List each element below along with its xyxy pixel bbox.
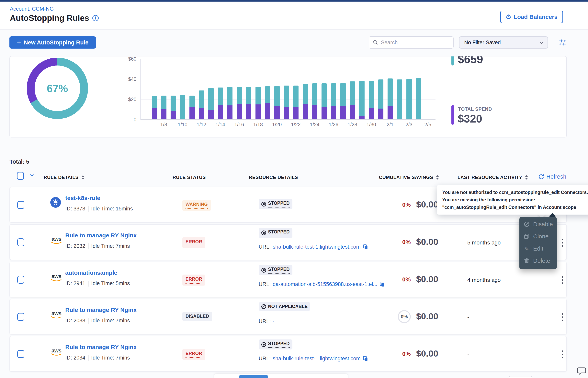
new-autostopping-rule-button[interactable]: + New AutoStopping Rule	[9, 36, 96, 49]
rule-name-link[interactable]: Rule to manage RY Nginx	[65, 344, 137, 351]
menu-item-delete[interactable]: Delete	[519, 255, 557, 267]
row-context-menu: Disable Clone ✎ Edit	[519, 217, 557, 269]
filter-icon[interactable]	[559, 39, 566, 46]
bar-segment-spend	[237, 104, 242, 119]
resource-state-badge[interactable]: STOPPED	[259, 199, 293, 209]
bar-segment-savings	[406, 79, 412, 119]
resource-url-link[interactable]: -	[273, 318, 275, 324]
savings-amount: $0.00	[405, 237, 438, 247]
search-input[interactable]	[381, 40, 448, 46]
copy-icon[interactable]	[363, 356, 369, 362]
bar-segment-savings	[284, 86, 289, 107]
status-badge[interactable]: WARNING	[182, 200, 211, 211]
y-tick-label: 0	[116, 117, 136, 122]
y-tick-label: $40	[116, 76, 136, 82]
account-breadcrumb[interactable]: Account: CCM-NG	[10, 6, 54, 12]
resource-state-badge[interactable]: STOPPED	[259, 265, 293, 275]
chevron-down-icon[interactable]	[30, 173, 34, 176]
resource-state-badge[interactable]: NOT APPLICABLE	[259, 302, 310, 311]
rule-name-link[interactable]: Rule to manage RY Nginx	[65, 232, 137, 239]
kebab-menu-icon[interactable]	[559, 312, 566, 323]
bar-segment-savings	[331, 83, 336, 106]
table-row: aws automationsample ID: 2941Idle Time: …	[9, 262, 567, 297]
kebab-menu-icon[interactable]	[559, 275, 566, 285]
resource-url: URL: sha-bulk-rule-test-1.lightwingtest.…	[259, 244, 369, 250]
bar-segment-spend	[293, 107, 298, 119]
row-checkbox[interactable]	[17, 276, 24, 284]
saved-filter-select[interactable]: No Filter Saved	[459, 36, 548, 49]
row-checkbox[interactable]	[17, 201, 24, 209]
rule-name-link[interactable]: test-k8s-rule	[65, 195, 100, 201]
sort-icon	[525, 175, 528, 180]
row-checkbox[interactable]	[17, 350, 24, 358]
bar-segment-savings	[350, 81, 355, 105]
menu-item-edit[interactable]: ✎ Edit	[519, 243, 557, 255]
load-balancers-button[interactable]: ⚙ Load Balancers	[500, 11, 563, 23]
resource-url-link[interactable]: sha-bulk-rule-test-1.lightwingtest.com	[273, 356, 361, 362]
resource-url-link[interactable]: qa-automation-alb-515563988.us-east-1.el…	[273, 281, 378, 287]
rule-meta: ID: 2034Idle Time: 7mins	[65, 355, 130, 361]
resource-state-badge[interactable]: STOPPED	[259, 339, 293, 350]
copy-icon[interactable]	[379, 282, 385, 287]
chat-icon[interactable]	[577, 365, 587, 376]
kebab-menu-icon[interactable]	[559, 237, 566, 248]
refresh-button[interactable]: Refresh	[538, 174, 566, 180]
menu-item-clone[interactable]: Clone	[519, 230, 557, 243]
total-spend-label: TOTAL SPEND	[458, 106, 492, 112]
edit-icon: ✎	[524, 245, 529, 252]
row-checkbox[interactable]	[17, 313, 24, 321]
savings-donut-chart: 67%	[27, 58, 88, 119]
status-badge[interactable]: ERROR	[182, 349, 205, 360]
resource-url: URL: -	[259, 318, 275, 324]
copy-icon[interactable]	[363, 244, 369, 250]
kebab-menu-icon[interactable]	[559, 349, 566, 360]
aws-icon: aws	[50, 348, 63, 356]
status-badge[interactable]: ERROR	[182, 237, 205, 248]
delete-icon	[524, 258, 530, 264]
column-header-last-resource-activity[interactable]: LAST RESOURCE ACTIVITY	[458, 175, 528, 180]
x-tick-label: 1/22	[291, 122, 301, 127]
x-tick-label: 1/12	[197, 122, 206, 127]
last-activity: -	[467, 314, 469, 320]
total-count-label: Total: 5	[9, 159, 29, 165]
bar-segment-savings	[312, 83, 317, 105]
bar-segment-savings	[321, 83, 327, 106]
spend-savings-bar-chart	[140, 59, 435, 119]
row-checkbox[interactable]	[17, 238, 24, 246]
resource-url-link[interactable]: sha-bulk-rule-test-1.lightwingtest.com	[273, 244, 361, 250]
menu-item-disable[interactable]: Disable	[519, 218, 557, 230]
y-tick-label: $60	[116, 56, 136, 62]
column-header-cumulative-savings[interactable]: CUMULATIVE SAVINGS	[379, 175, 439, 180]
savings-amount: $0.00	[405, 274, 438, 284]
info-icon[interactable]: i	[92, 15, 99, 21]
bar-segment-spend	[303, 104, 308, 119]
bar-segment-spend	[331, 106, 336, 119]
page-header: Account: CCM-NG AutoStopping Rules i ⚙ L…	[0, 1, 588, 29]
stopped-icon	[261, 342, 266, 347]
plus-icon: +	[17, 38, 21, 46]
x-tick-label: 1/16	[234, 122, 244, 127]
bar-segment-savings	[416, 78, 421, 119]
rule-name-link[interactable]: Rule to manage RY Nginx	[65, 307, 137, 313]
savings-amount: $0.00	[405, 349, 438, 359]
column-header-resource-details: RESOURCE DETAILS	[249, 175, 298, 180]
page-title: AutoStopping Rules	[10, 13, 89, 23]
sort-icon	[436, 175, 439, 180]
column-header-rule-details[interactable]: RULE DETAILS	[44, 175, 85, 180]
status-badge[interactable]: ERROR	[182, 275, 205, 285]
bar-segment-spend	[369, 108, 374, 119]
resource-state-badge[interactable]: STOPPED	[259, 228, 293, 238]
bar-segment-spend	[265, 103, 270, 119]
x-tick-label: 1/30	[367, 122, 376, 127]
rule-name-link[interactable]: automationsample	[65, 270, 117, 276]
status-badge[interactable]: DISABLED	[182, 312, 212, 321]
x-tick-label: 1/10	[178, 122, 188, 127]
bar-segment-savings	[397, 80, 402, 119]
column-header-rule-status: RULE STATUS	[173, 175, 206, 180]
rule-meta: ID: 2941Idle Time: 5mins	[65, 281, 130, 286]
pagination-current-page[interactable]	[239, 375, 268, 378]
bar-segment-spend	[190, 107, 195, 119]
table-row: aws Rule to manage RY Nginx ID: 2034Idle…	[9, 336, 567, 372]
bar-segment-spend	[161, 109, 166, 119]
select-all-checkbox[interactable]	[17, 172, 24, 180]
